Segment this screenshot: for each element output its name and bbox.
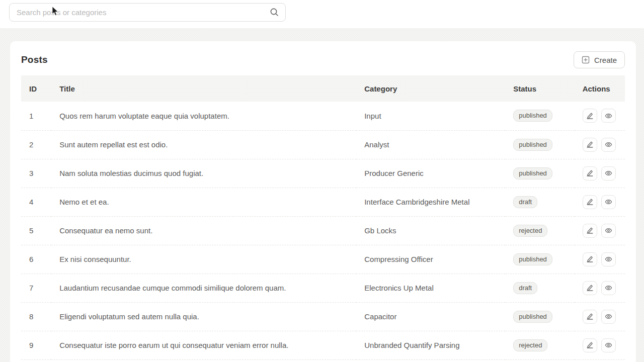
page-title: Posts [21, 54, 48, 65]
edit-button[interactable] [583, 281, 597, 295]
column-header-actions: Actions [575, 75, 625, 102]
post-category: Interface Cambridgeshire Metal [356, 188, 505, 216]
view-button[interactable] [601, 109, 616, 123]
table-row: 7 Laudantium recusandae cumque commodi s… [21, 274, 625, 302]
eye-icon [605, 169, 612, 177]
status-badge: draft [513, 196, 537, 208]
status-badge: published [513, 167, 552, 179]
table-row: 3 Nam soluta molestias ducimus quod fugi… [21, 159, 625, 188]
table-row: 5 Consequatur ea nemo sunt. Gb Locks rej… [21, 216, 625, 245]
table-row: 8 Eligendi voluptatum sed autem nulla qu… [21, 302, 625, 331]
create-button-label: Create [594, 56, 617, 64]
eye-icon [605, 198, 612, 206]
post-id: 3 [21, 159, 51, 188]
column-header-id: ID [21, 75, 51, 102]
eye-icon [605, 341, 612, 349]
post-category: Unbranded Quantify Parsing [356, 331, 505, 359]
status-badge: published [513, 110, 552, 122]
card-header: Posts Create [21, 51, 625, 68]
create-button[interactable]: Create [574, 51, 625, 68]
post-category: Analyst [356, 130, 505, 159]
page-background: Posts Create ID Titl [0, 28, 644, 362]
post-title: Nam soluta molestias ducimus quod fugiat… [51, 159, 356, 188]
pencil-icon [586, 313, 594, 320]
table-row: 1 Quos rem harum voluptate eaque quia vo… [21, 102, 625, 130]
edit-button[interactable] [583, 195, 597, 209]
pencil-icon [586, 112, 594, 120]
table-body: 1 Quos rem harum voluptate eaque quia vo… [21, 102, 625, 359]
edit-button[interactable] [583, 138, 597, 152]
pencil-icon [586, 255, 594, 263]
posts-table: ID Title Category Status Actions 1 Quos … [21, 75, 625, 360]
column-header-status: Status [505, 75, 574, 102]
pencil-icon [586, 198, 594, 206]
post-category: Gb Locks [356, 216, 505, 245]
edit-button[interactable] [583, 338, 597, 352]
post-title: Quos rem harum voluptate eaque quia volu… [51, 102, 356, 130]
status-badge: rejected [513, 225, 547, 237]
eye-icon [605, 284, 612, 292]
column-header-title: Title [51, 75, 356, 102]
post-id: 9 [21, 331, 51, 359]
post-category: Capacitor [356, 302, 505, 331]
view-button[interactable] [601, 166, 616, 180]
eye-icon [605, 141, 612, 148]
post-title: Eligendi voluptatum sed autem nulla quia… [51, 302, 356, 331]
status-badge: published [513, 139, 552, 151]
eye-icon [605, 112, 612, 120]
post-id: 7 [21, 274, 51, 302]
edit-button[interactable] [583, 252, 597, 266]
post-category: Electronics Up Metal [356, 274, 505, 302]
edit-button[interactable] [583, 310, 597, 324]
table-row: 4 Nemo et et ea. Interface Cambridgeshir… [21, 188, 625, 216]
post-id: 8 [21, 302, 51, 331]
edit-button[interactable] [583, 224, 597, 238]
post-id: 5 [21, 216, 51, 245]
post-title: Nemo et et ea. [51, 188, 356, 216]
pencil-icon [586, 227, 594, 234]
post-title: Ex nisi consequuntur. [51, 245, 356, 274]
post-title: Sunt autem repellat est est odio. [51, 130, 356, 159]
view-button[interactable] [601, 338, 616, 352]
pencil-icon [586, 341, 594, 349]
topbar [0, 0, 644, 28]
post-id: 6 [21, 245, 51, 274]
column-header-category: Category [356, 75, 505, 102]
table-row: 6 Ex nisi consequuntur. Compressing Offi… [21, 245, 625, 274]
eye-icon [605, 255, 612, 263]
table-row: 2 Sunt autem repellat est est odio. Anal… [21, 130, 625, 159]
status-badge: draft [513, 282, 537, 294]
edit-button[interactable] [583, 166, 597, 180]
post-category: Input [356, 102, 505, 130]
search-input[interactable] [9, 3, 286, 22]
pencil-icon [586, 284, 594, 292]
view-button[interactable] [601, 224, 616, 238]
table-row: 9 Consequatur iste porro earum ut qui co… [21, 331, 625, 359]
search-field [9, 3, 286, 22]
post-category: Compressing Officer [356, 245, 505, 274]
eye-icon [605, 227, 612, 234]
post-category: Producer Generic [356, 159, 505, 188]
post-id: 2 [21, 130, 51, 159]
post-id: 4 [21, 188, 51, 216]
table-header: ID Title Category Status Actions [21, 75, 625, 102]
plus-square-icon [582, 56, 590, 64]
status-badge: published [513, 311, 552, 323]
eye-icon [605, 313, 612, 320]
view-button[interactable] [601, 252, 616, 266]
view-button[interactable] [601, 138, 616, 152]
post-title: Consequatur iste porro earum ut qui cons… [51, 331, 356, 359]
status-badge: rejected [513, 339, 547, 351]
post-id: 1 [21, 102, 51, 130]
post-title: Laudantium recusandae cumque commodi sim… [51, 274, 356, 302]
edit-button[interactable] [583, 109, 597, 123]
post-title: Consequatur ea nemo sunt. [51, 216, 356, 245]
view-button[interactable] [601, 310, 616, 324]
view-button[interactable] [601, 195, 616, 209]
pencil-icon [586, 141, 594, 148]
pencil-icon [586, 169, 594, 177]
posts-card: Posts Create ID Titl [10, 41, 636, 362]
status-badge: published [513, 253, 552, 265]
view-button[interactable] [601, 281, 616, 295]
